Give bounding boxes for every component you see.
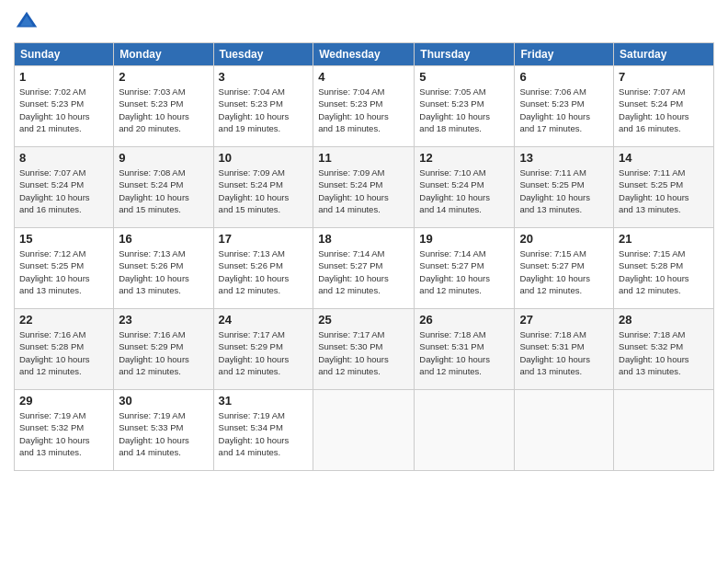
calendar-day-cell xyxy=(313,390,415,471)
calendar-day-cell: 11Sunrise: 7:09 AM Sunset: 5:24 PM Dayli… xyxy=(313,147,415,228)
day-number: 21 xyxy=(619,232,709,246)
day-number: 19 xyxy=(419,232,509,246)
day-number: 10 xyxy=(219,151,309,165)
page-container: SundayMondayTuesdayWednesdayThursdayFrid… xyxy=(0,0,728,563)
calendar-day-cell: 22Sunrise: 7:16 AM Sunset: 5:28 PM Dayli… xyxy=(15,309,114,390)
weekday-header: Thursday xyxy=(415,43,515,66)
calendar-day-cell: 13Sunrise: 7:11 AM Sunset: 5:25 PM Dayli… xyxy=(515,147,614,228)
day-number: 11 xyxy=(318,151,409,165)
calendar-week-row: 22Sunrise: 7:16 AM Sunset: 5:28 PM Dayli… xyxy=(15,309,714,390)
day-number: 20 xyxy=(519,232,609,246)
weekday-header: Friday xyxy=(515,43,614,66)
logo-icon xyxy=(14,9,40,35)
day-number: 17 xyxy=(219,232,309,246)
weekday-header: Tuesday xyxy=(213,43,313,66)
day-number: 13 xyxy=(519,151,609,165)
day-info: Sunrise: 7:19 AM Sunset: 5:32 PM Dayligh… xyxy=(19,409,108,458)
day-number: 27 xyxy=(519,313,609,327)
calendar-day-cell: 27Sunrise: 7:18 AM Sunset: 5:31 PM Dayli… xyxy=(515,309,614,390)
page-header xyxy=(14,9,714,35)
calendar-day-cell: 18Sunrise: 7:14 AM Sunset: 5:27 PM Dayli… xyxy=(313,228,415,309)
calendar-week-row: 29Sunrise: 7:19 AM Sunset: 5:32 PM Dayli… xyxy=(15,390,714,471)
calendar-week-row: 8Sunrise: 7:07 AM Sunset: 5:24 PM Daylig… xyxy=(15,147,714,228)
day-number: 24 xyxy=(219,313,309,327)
calendar-week-row: 15Sunrise: 7:12 AM Sunset: 5:25 PM Dayli… xyxy=(15,228,714,309)
day-number: 25 xyxy=(318,313,409,327)
day-info: Sunrise: 7:10 AM Sunset: 5:24 PM Dayligh… xyxy=(419,167,509,215)
day-number: 26 xyxy=(419,313,509,327)
calendar-day-cell: 28Sunrise: 7:18 AM Sunset: 5:32 PM Dayli… xyxy=(614,309,714,390)
day-info: Sunrise: 7:18 AM Sunset: 5:31 PM Dayligh… xyxy=(419,328,509,377)
calendar-day-cell: 12Sunrise: 7:10 AM Sunset: 5:24 PM Dayli… xyxy=(415,147,515,228)
day-number: 12 xyxy=(419,151,509,165)
day-number: 5 xyxy=(419,70,509,84)
day-number: 28 xyxy=(619,313,709,327)
day-info: Sunrise: 7:07 AM Sunset: 5:24 PM Dayligh… xyxy=(19,167,108,215)
calendar-day-cell: 19Sunrise: 7:14 AM Sunset: 5:27 PM Dayli… xyxy=(415,228,515,309)
day-info: Sunrise: 7:02 AM Sunset: 5:23 PM Dayligh… xyxy=(19,86,108,134)
day-number: 1 xyxy=(19,70,108,84)
calendar-day-cell: 21Sunrise: 7:15 AM Sunset: 5:28 PM Dayli… xyxy=(614,228,714,309)
weekday-header: Wednesday xyxy=(313,43,415,66)
calendar-day-cell: 26Sunrise: 7:18 AM Sunset: 5:31 PM Dayli… xyxy=(415,309,515,390)
day-info: Sunrise: 7:15 AM Sunset: 5:28 PM Dayligh… xyxy=(619,247,709,296)
day-info: Sunrise: 7:13 AM Sunset: 5:26 PM Dayligh… xyxy=(119,247,208,296)
calendar-day-cell: 24Sunrise: 7:17 AM Sunset: 5:29 PM Dayli… xyxy=(213,309,313,390)
day-number: 15 xyxy=(19,232,108,246)
calendar-day-cell: 5Sunrise: 7:05 AM Sunset: 5:23 PM Daylig… xyxy=(415,66,515,147)
calendar-day-cell: 15Sunrise: 7:12 AM Sunset: 5:25 PM Dayli… xyxy=(15,228,114,309)
weekday-header: Monday xyxy=(114,43,213,66)
day-number: 22 xyxy=(19,313,108,327)
calendar-day-cell: 14Sunrise: 7:11 AM Sunset: 5:25 PM Dayli… xyxy=(614,147,714,228)
day-info: Sunrise: 7:18 AM Sunset: 5:31 PM Dayligh… xyxy=(519,328,609,377)
day-info: Sunrise: 7:08 AM Sunset: 5:24 PM Dayligh… xyxy=(119,167,208,215)
day-info: Sunrise: 7:09 AM Sunset: 5:24 PM Dayligh… xyxy=(318,167,409,215)
day-number: 16 xyxy=(119,232,208,246)
day-info: Sunrise: 7:05 AM Sunset: 5:23 PM Dayligh… xyxy=(419,86,509,134)
day-number: 2 xyxy=(119,70,208,84)
calendar-day-cell xyxy=(415,390,515,471)
logo xyxy=(14,9,41,35)
day-number: 8 xyxy=(19,151,108,165)
day-info: Sunrise: 7:11 AM Sunset: 5:25 PM Dayligh… xyxy=(519,167,609,215)
day-number: 14 xyxy=(619,151,709,165)
day-info: Sunrise: 7:09 AM Sunset: 5:24 PM Dayligh… xyxy=(219,167,309,215)
day-info: Sunrise: 7:14 AM Sunset: 5:27 PM Dayligh… xyxy=(318,247,409,296)
calendar-day-cell xyxy=(614,390,714,471)
day-info: Sunrise: 7:17 AM Sunset: 5:29 PM Dayligh… xyxy=(219,328,309,377)
calendar-day-cell: 3Sunrise: 7:04 AM Sunset: 5:23 PM Daylig… xyxy=(213,66,313,147)
calendar-day-cell: 31Sunrise: 7:19 AM Sunset: 5:34 PM Dayli… xyxy=(213,390,313,471)
day-number: 29 xyxy=(19,394,108,408)
weekday-header: Saturday xyxy=(614,43,714,66)
calendar-day-cell: 6Sunrise: 7:06 AM Sunset: 5:23 PM Daylig… xyxy=(515,66,614,147)
day-info: Sunrise: 7:11 AM Sunset: 5:25 PM Dayligh… xyxy=(619,167,709,215)
calendar-day-cell: 7Sunrise: 7:07 AM Sunset: 5:24 PM Daylig… xyxy=(614,66,714,147)
calendar-header-row: SundayMondayTuesdayWednesdayThursdayFrid… xyxy=(15,43,714,66)
day-info: Sunrise: 7:16 AM Sunset: 5:29 PM Dayligh… xyxy=(119,328,208,377)
calendar-day-cell xyxy=(515,390,614,471)
day-info: Sunrise: 7:12 AM Sunset: 5:25 PM Dayligh… xyxy=(19,247,108,296)
day-info: Sunrise: 7:19 AM Sunset: 5:33 PM Dayligh… xyxy=(119,409,208,458)
day-info: Sunrise: 7:14 AM Sunset: 5:27 PM Dayligh… xyxy=(419,247,509,296)
day-number: 9 xyxy=(119,151,208,165)
day-info: Sunrise: 7:16 AM Sunset: 5:28 PM Dayligh… xyxy=(19,328,108,377)
day-info: Sunrise: 7:18 AM Sunset: 5:32 PM Dayligh… xyxy=(619,328,709,377)
day-number: 31 xyxy=(219,394,309,408)
day-info: Sunrise: 7:17 AM Sunset: 5:30 PM Dayligh… xyxy=(318,328,409,377)
calendar-day-cell: 8Sunrise: 7:07 AM Sunset: 5:24 PM Daylig… xyxy=(15,147,114,228)
calendar-day-cell: 17Sunrise: 7:13 AM Sunset: 5:26 PM Dayli… xyxy=(213,228,313,309)
calendar-day-cell: 10Sunrise: 7:09 AM Sunset: 5:24 PM Dayli… xyxy=(213,147,313,228)
weekday-header: Sunday xyxy=(15,43,114,66)
day-info: Sunrise: 7:04 AM Sunset: 5:23 PM Dayligh… xyxy=(219,86,309,134)
calendar-day-cell: 2Sunrise: 7:03 AM Sunset: 5:23 PM Daylig… xyxy=(114,66,213,147)
day-number: 4 xyxy=(318,70,409,84)
day-number: 30 xyxy=(119,394,208,408)
day-info: Sunrise: 7:06 AM Sunset: 5:23 PM Dayligh… xyxy=(519,86,609,134)
day-info: Sunrise: 7:03 AM Sunset: 5:23 PM Dayligh… xyxy=(119,86,208,134)
calendar-day-cell: 9Sunrise: 7:08 AM Sunset: 5:24 PM Daylig… xyxy=(114,147,213,228)
calendar-day-cell: 20Sunrise: 7:15 AM Sunset: 5:27 PM Dayli… xyxy=(515,228,614,309)
calendar-week-row: 1Sunrise: 7:02 AM Sunset: 5:23 PM Daylig… xyxy=(15,66,714,147)
day-info: Sunrise: 7:07 AM Sunset: 5:24 PM Dayligh… xyxy=(619,86,709,134)
day-info: Sunrise: 7:13 AM Sunset: 5:26 PM Dayligh… xyxy=(219,247,309,296)
day-number: 18 xyxy=(318,232,409,246)
